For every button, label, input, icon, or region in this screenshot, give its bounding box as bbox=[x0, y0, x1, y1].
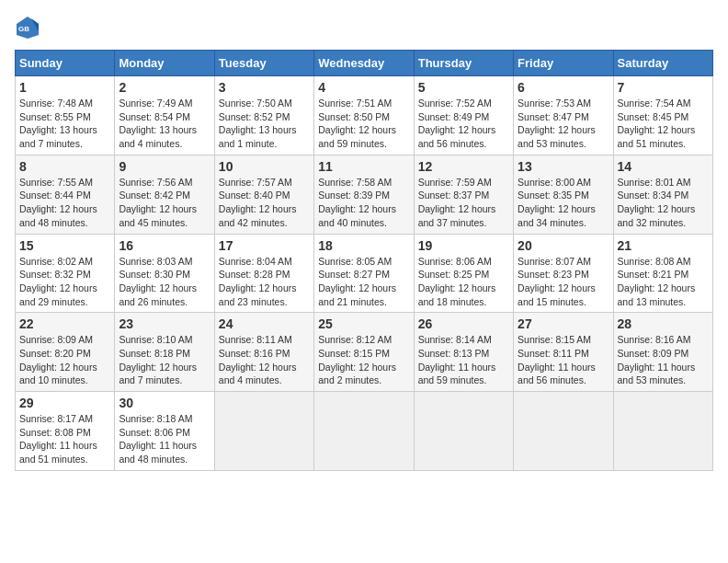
logo-icon: GB bbox=[15, 15, 40, 40]
day-info: Sunrise: 7:59 AM Sunset: 8:37 PM Dayligh… bbox=[418, 176, 509, 230]
calendar-day-cell: 15Sunrise: 8:02 AM Sunset: 8:32 PM Dayli… bbox=[16, 234, 115, 313]
day-number: 29 bbox=[19, 396, 110, 410]
day-number: 25 bbox=[318, 316, 409, 331]
calendar-day-cell: 11Sunrise: 7:58 AM Sunset: 8:39 PM Dayli… bbox=[314, 155, 414, 234]
day-number: 10 bbox=[219, 159, 310, 174]
day-number: 28 bbox=[618, 316, 709, 331]
calendar-day-cell bbox=[214, 392, 313, 471]
day-number: 17 bbox=[219, 238, 310, 253]
day-number: 30 bbox=[119, 396, 210, 410]
day-info: Sunrise: 7:48 AM Sunset: 8:55 PM Dayligh… bbox=[19, 97, 110, 151]
calendar-day-cell: 10Sunrise: 7:57 AM Sunset: 8:40 PM Dayli… bbox=[214, 155, 313, 234]
calendar-day-cell bbox=[414, 392, 513, 471]
day-number: 15 bbox=[19, 238, 110, 253]
day-info: Sunrise: 8:02 AM Sunset: 8:32 PM Dayligh… bbox=[19, 255, 110, 309]
calendar-day-cell: 16Sunrise: 8:03 AM Sunset: 8:30 PM Dayli… bbox=[115, 234, 214, 313]
calendar-day-cell: 23Sunrise: 8:10 AM Sunset: 8:18 PM Dayli… bbox=[115, 313, 214, 392]
day-info: Sunrise: 8:18 AM Sunset: 8:06 PM Dayligh… bbox=[119, 412, 210, 466]
day-info: Sunrise: 7:54 AM Sunset: 8:45 PM Dayligh… bbox=[618, 97, 709, 151]
day-info: Sunrise: 8:07 AM Sunset: 8:23 PM Dayligh… bbox=[518, 255, 609, 309]
day-number: 8 bbox=[19, 159, 110, 174]
day-number: 13 bbox=[518, 159, 609, 174]
day-info: Sunrise: 8:15 AM Sunset: 8:11 PM Dayligh… bbox=[518, 333, 609, 387]
day-number: 20 bbox=[518, 238, 609, 253]
day-number: 22 bbox=[19, 316, 110, 331]
day-info: Sunrise: 8:04 AM Sunset: 8:28 PM Dayligh… bbox=[219, 255, 310, 309]
day-info: Sunrise: 8:10 AM Sunset: 8:18 PM Dayligh… bbox=[119, 333, 210, 387]
calendar-day-cell: 14Sunrise: 8:01 AM Sunset: 8:34 PM Dayli… bbox=[613, 155, 712, 234]
calendar-day-cell: 1Sunrise: 7:48 AM Sunset: 8:55 PM Daylig… bbox=[16, 76, 115, 155]
day-number: 27 bbox=[518, 316, 609, 331]
calendar-day-cell bbox=[613, 392, 712, 471]
day-info: Sunrise: 7:49 AM Sunset: 8:54 PM Dayligh… bbox=[119, 97, 210, 151]
calendar-day-cell bbox=[314, 392, 414, 471]
header-cell-saturday: Saturday bbox=[613, 51, 712, 76]
day-number: 26 bbox=[418, 316, 509, 331]
day-info: Sunrise: 8:14 AM Sunset: 8:13 PM Dayligh… bbox=[418, 333, 509, 387]
day-info: Sunrise: 8:16 AM Sunset: 8:09 PM Dayligh… bbox=[618, 333, 709, 387]
day-info: Sunrise: 7:51 AM Sunset: 8:50 PM Dayligh… bbox=[318, 97, 409, 151]
day-number: 7 bbox=[618, 80, 709, 95]
header-cell-thursday: Thursday bbox=[414, 51, 513, 76]
day-number: 23 bbox=[119, 316, 210, 331]
day-number: 4 bbox=[318, 80, 409, 95]
day-number: 9 bbox=[119, 159, 210, 174]
calendar-day-cell: 20Sunrise: 8:07 AM Sunset: 8:23 PM Dayli… bbox=[514, 234, 613, 313]
day-info: Sunrise: 8:11 AM Sunset: 8:16 PM Dayligh… bbox=[219, 333, 310, 387]
header-cell-wednesday: Wednesday bbox=[314, 51, 414, 76]
day-info: Sunrise: 8:09 AM Sunset: 8:20 PM Dayligh… bbox=[19, 333, 110, 387]
logo: GB bbox=[15, 15, 44, 40]
calendar-day-cell: 17Sunrise: 8:04 AM Sunset: 8:28 PM Dayli… bbox=[214, 234, 313, 313]
day-number: 24 bbox=[219, 316, 310, 331]
calendar-day-cell: 6Sunrise: 7:53 AM Sunset: 8:47 PM Daylig… bbox=[514, 76, 613, 155]
calendar-week-row: 1Sunrise: 7:48 AM Sunset: 8:55 PM Daylig… bbox=[16, 76, 713, 155]
day-info: Sunrise: 8:06 AM Sunset: 8:25 PM Dayligh… bbox=[418, 255, 509, 309]
calendar-day-cell: 2Sunrise: 7:49 AM Sunset: 8:54 PM Daylig… bbox=[115, 76, 214, 155]
calendar-week-row: 8Sunrise: 7:55 AM Sunset: 8:44 PM Daylig… bbox=[16, 155, 713, 234]
calendar-day-cell: 7Sunrise: 7:54 AM Sunset: 8:45 PM Daylig… bbox=[613, 76, 712, 155]
day-info: Sunrise: 8:17 AM Sunset: 8:08 PM Dayligh… bbox=[19, 412, 110, 466]
day-number: 5 bbox=[418, 80, 509, 95]
calendar-day-cell: 22Sunrise: 8:09 AM Sunset: 8:20 PM Dayli… bbox=[16, 313, 115, 392]
calendar-day-cell: 19Sunrise: 8:06 AM Sunset: 8:25 PM Dayli… bbox=[414, 234, 513, 313]
day-number: 19 bbox=[418, 238, 509, 253]
calendar-day-cell: 21Sunrise: 8:08 AM Sunset: 8:21 PM Dayli… bbox=[613, 234, 712, 313]
day-info: Sunrise: 8:05 AM Sunset: 8:27 PM Dayligh… bbox=[318, 255, 409, 309]
calendar-week-row: 29Sunrise: 8:17 AM Sunset: 8:08 PM Dayli… bbox=[16, 392, 713, 471]
calendar-week-row: 15Sunrise: 8:02 AM Sunset: 8:32 PM Dayli… bbox=[16, 234, 713, 313]
calendar-day-cell: 5Sunrise: 7:52 AM Sunset: 8:49 PM Daylig… bbox=[414, 76, 513, 155]
day-number: 1 bbox=[19, 80, 110, 95]
calendar-day-cell: 18Sunrise: 8:05 AM Sunset: 8:27 PM Dayli… bbox=[314, 234, 414, 313]
day-number: 11 bbox=[318, 159, 409, 174]
calendar-day-cell: 4Sunrise: 7:51 AM Sunset: 8:50 PM Daylig… bbox=[314, 76, 414, 155]
calendar-day-cell: 24Sunrise: 8:11 AM Sunset: 8:16 PM Dayli… bbox=[214, 313, 313, 392]
day-info: Sunrise: 8:12 AM Sunset: 8:15 PM Dayligh… bbox=[318, 333, 409, 387]
calendar-body: 1Sunrise: 7:48 AM Sunset: 8:55 PM Daylig… bbox=[16, 76, 713, 471]
page-header: GB bbox=[15, 15, 713, 40]
calendar-day-cell: 3Sunrise: 7:50 AM Sunset: 8:52 PM Daylig… bbox=[214, 76, 313, 155]
day-info: Sunrise: 7:53 AM Sunset: 8:47 PM Dayligh… bbox=[518, 97, 609, 151]
day-info: Sunrise: 7:50 AM Sunset: 8:52 PM Dayligh… bbox=[219, 97, 310, 151]
header-cell-friday: Friday bbox=[514, 51, 613, 76]
calendar-day-cell: 28Sunrise: 8:16 AM Sunset: 8:09 PM Dayli… bbox=[613, 313, 712, 392]
calendar-day-cell: 9Sunrise: 7:56 AM Sunset: 8:42 PM Daylig… bbox=[115, 155, 214, 234]
calendar-day-cell: 29Sunrise: 8:17 AM Sunset: 8:08 PM Dayli… bbox=[16, 392, 115, 471]
day-number: 2 bbox=[119, 80, 210, 95]
calendar-table: SundayMondayTuesdayWednesdayThursdayFrid… bbox=[15, 50, 713, 471]
day-number: 21 bbox=[618, 238, 709, 253]
day-info: Sunrise: 8:01 AM Sunset: 8:34 PM Dayligh… bbox=[618, 176, 709, 230]
day-number: 6 bbox=[518, 80, 609, 95]
header-cell-monday: Monday bbox=[115, 51, 214, 76]
calendar-day-cell: 12Sunrise: 7:59 AM Sunset: 8:37 PM Dayli… bbox=[414, 155, 513, 234]
calendar-day-cell: 27Sunrise: 8:15 AM Sunset: 8:11 PM Dayli… bbox=[514, 313, 613, 392]
day-number: 12 bbox=[418, 159, 509, 174]
day-info: Sunrise: 7:57 AM Sunset: 8:40 PM Dayligh… bbox=[219, 176, 310, 230]
day-number: 3 bbox=[219, 80, 310, 95]
day-info: Sunrise: 8:00 AM Sunset: 8:35 PM Dayligh… bbox=[518, 176, 609, 230]
day-number: 14 bbox=[618, 159, 709, 174]
calendar-header: SundayMondayTuesdayWednesdayThursdayFrid… bbox=[16, 51, 713, 76]
header-cell-sunday: Sunday bbox=[16, 51, 115, 76]
calendar-day-cell: 13Sunrise: 8:00 AM Sunset: 8:35 PM Dayli… bbox=[514, 155, 613, 234]
calendar-day-cell: 8Sunrise: 7:55 AM Sunset: 8:44 PM Daylig… bbox=[16, 155, 115, 234]
header-row: SundayMondayTuesdayWednesdayThursdayFrid… bbox=[16, 51, 713, 76]
